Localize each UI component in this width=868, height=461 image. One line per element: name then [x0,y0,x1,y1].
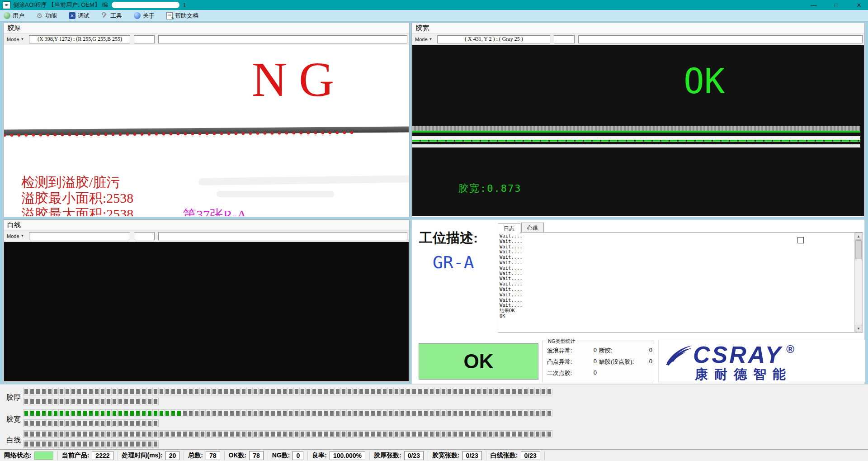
grid-cell [76,431,82,437]
grid-cell [347,388,352,395]
grid-cell [311,410,317,417]
defect-message-line: 检测到溢胶/脏污 [21,174,133,190]
toolbar-field-long[interactable] [578,35,863,43]
grid-cell [29,420,35,427]
menu-item-help[interactable]: 帮助文档 [166,12,198,20]
menu-item-about[interactable]: 关于 [134,12,155,20]
ng-stat-row: 波浪异常:0 [547,347,597,355]
ng-stat-row: 缺胶(没点胶):0 [599,358,652,366]
grid-cell [59,388,64,395]
toolbar-field-long[interactable] [158,35,407,43]
log-scrollbar[interactable]: ▲ ▼ [854,233,863,332]
scrollbar-thumb[interactable] [855,240,862,259]
grid-cell [341,410,346,417]
log-line: Wait.... [500,287,854,292]
scroll-up-icon[interactable]: ▲ [855,233,862,240]
tab-log[interactable]: 日志 [498,223,520,234]
status-label: 总数: [188,451,203,460]
glue-thickness-image[interactable]: NG 检测到溢胶/脏污 溢胶最小面积:2538 溢胶最大面积:2538 第37张… [4,45,409,216]
grid-cell [88,431,94,437]
grid-cell [153,410,158,417]
grid-cell [276,431,282,437]
grid-cell [53,431,58,437]
grid-cell [482,431,487,437]
menu-item-user[interactable]: 用户 [4,12,24,20]
grid-cell [141,441,146,447]
toolbar-field-small[interactable] [134,232,155,240]
grid-cell [123,388,129,395]
log-box[interactable]: Wait....Wait....Wait....Wait....Wait....… [498,232,863,333]
strip-white-thin [412,144,860,147]
grid-cell [35,388,41,395]
menu-item-func[interactable]: 功能 [36,12,57,20]
grid-label-thickness: 胶厚 [6,393,23,403]
grid-cell [335,388,340,395]
grid-cell [94,420,99,427]
white-line-image[interactable] [4,242,409,381]
grid-cell [88,441,94,447]
grid-cell [100,398,105,405]
grid-cell [500,388,505,395]
grid-cell [388,388,393,395]
glue-width-image[interactable]: OK 胶宽:0.873 [412,45,864,216]
mode-dropdown[interactable]: Mode▼ [5,36,25,43]
grid-cell [488,410,493,417]
chevron-down-icon: ▼ [21,37,24,41]
menu-item-tools[interactable]: 工具 [101,12,122,20]
minimize-button[interactable]: — [808,2,819,9]
mode-dropdown[interactable]: Mode▼ [414,36,434,43]
grid-cell [24,431,29,437]
grid-cell [306,410,311,417]
grid-cell [206,431,211,437]
grid-cell [106,420,111,427]
toolbar-field-long[interactable] [158,232,407,240]
ng-stat-value: 0 [594,369,597,377]
grid-cell [200,431,205,437]
grid-cell [300,431,305,437]
grid-cell [464,388,470,395]
log-checkbox[interactable] [797,237,804,243]
grid-cell [100,420,105,427]
grid-cell [100,388,105,395]
brand-name-chinese: 康耐德智能 [695,366,792,384]
status-value: 78 [249,451,264,460]
grid-cell [35,441,41,447]
grid-cell [153,398,158,405]
grid-cell [464,431,470,437]
status-label: 网络状态: [4,451,32,460]
mode-dropdown[interactable]: Mode▼ [5,233,25,239]
chevron-down-icon: ▼ [21,234,24,238]
grid-cell [147,441,152,447]
glue-width-panel: 胶宽 Mode▼ ( X 431, Y 2 ) : ( Gray 25 ) OK… [411,23,865,217]
overall-result-button[interactable]: OK [419,343,538,380]
menu-item-debug[interactable]: 调试 [69,12,90,20]
grid-cell [347,410,352,417]
grid-cell [535,388,540,395]
toolbar-field-small[interactable] [554,35,575,43]
status-product: 当前产品:2222 [58,451,118,460]
maximize-button[interactable]: □ [831,2,842,9]
grid-cell [323,410,329,417]
grid-cell [535,431,540,437]
ng-stat-value: 0 [594,347,597,355]
grid-cell [382,410,387,417]
grid-cell [217,410,223,417]
scroll-down-icon[interactable]: ▼ [855,325,862,332]
defect-message-line: 溢胶最大面积:2538 [21,206,133,216]
grid-cell [294,431,299,437]
grid-cell [47,388,52,395]
status-label: NG数: [272,451,290,460]
grid-cell [47,410,52,417]
toolbar-field-small[interactable] [134,35,155,43]
grid-cell [417,431,423,437]
grid-cell [24,410,29,417]
status-label: 白线张数: [491,451,518,460]
grid-cell [59,441,64,447]
grid-cell [335,431,340,437]
grid-cell [29,410,35,417]
close-button[interactable]: ✕ [854,2,864,9]
grid-cell [165,431,170,437]
grid-cell [394,410,399,417]
grid-cell [88,388,94,395]
grid-cell [135,388,141,395]
